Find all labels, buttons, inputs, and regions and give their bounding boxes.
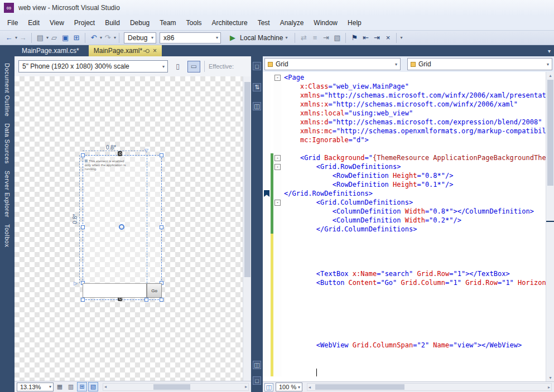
resize-handle[interactable]: [160, 153, 163, 157]
types-dropdown[interactable]: Grid ▾: [264, 58, 401, 70]
indicator-margin[interactable]: [263, 323, 271, 332]
undo-button[interactable]: ↶: [89, 32, 99, 43]
sidebar-tab-data-sources[interactable]: Data Sources: [4, 123, 11, 164]
undo-dropdown-icon[interactable]: ▾: [100, 35, 102, 40]
indicator-margin[interactable]: [263, 332, 271, 341]
row-divider-marker-icon[interactable]: ▷: [74, 280, 78, 286]
sidebar-tab-server-explorer[interactable]: Server Explorer: [4, 171, 11, 217]
menu-item-tools[interactable]: Tools: [181, 17, 207, 29]
design-canvas[interactable]: 0.8* 0.8* ▽ ▷ This element is enabled on…: [15, 76, 243, 381]
navigate-back-button[interactable]: ←: [4, 32, 14, 43]
menu-item-analyze[interactable]: Analyze: [275, 17, 309, 29]
collapse-pane-button[interactable]: ◫: [253, 102, 261, 110]
resize-handle[interactable]: [144, 298, 148, 302]
landscape-orientation-button[interactable]: ▭: [187, 61, 200, 72]
resize-handle[interactable]: [81, 225, 85, 229]
scroll-left-icon[interactable]: ◂: [103, 384, 108, 389]
indent-button[interactable]: ⇥: [321, 32, 331, 43]
navigate-forward-button[interactable]: →: [18, 32, 28, 43]
designer-vertical-scrollbar[interactable]: [243, 76, 251, 381]
indicator-margin[interactable]: [263, 171, 271, 180]
menu-item-window[interactable]: Window: [309, 17, 343, 29]
grid-column-line[interactable]: [147, 155, 147, 300]
editor-split-button[interactable]: ◫: [264, 383, 273, 391]
code-area[interactable]: -<Page x:Class="web_view.MainPage" xmlns…: [263, 72, 546, 381]
menu-item-help[interactable]: Help: [343, 17, 367, 29]
next-bookmark-button[interactable]: ⇥: [372, 32, 382, 43]
fold-toggle-icon[interactable]: -: [274, 155, 281, 161]
scroll-left-icon[interactable]: ◂: [307, 385, 312, 390]
indicator-margin[interactable]: [263, 225, 271, 234]
pin-icon[interactable]: [146, 49, 150, 53]
indicator-margin[interactable]: [263, 153, 271, 162]
document-tab-0[interactable]: MainPage.xaml.cs*: [17, 45, 88, 56]
device-selector[interactable]: 5" Phone (1920 x 1080) 300% scale ▾: [18, 60, 168, 72]
indicator-margin[interactable]: [263, 367, 271, 376]
indicator-margin[interactable]: [263, 144, 271, 153]
designer-go-button[interactable]: Go: [147, 283, 162, 298]
portrait-orientation-button[interactable]: ▯: [171, 61, 184, 72]
menu-item-file[interactable]: File: [2, 17, 23, 29]
previous-bookmark-button[interactable]: ⇤: [360, 32, 370, 43]
close-icon[interactable]: ×: [153, 48, 157, 54]
menu-item-build[interactable]: Build: [100, 17, 125, 29]
indicator-margin[interactable]: [263, 127, 271, 135]
indicator-margin[interactable]: [263, 100, 271, 109]
navigate-back-dropdown-icon[interactable]: ▾: [15, 35, 17, 40]
document-tab-1[interactable]: MainPage.xaml*×: [89, 45, 162, 56]
designer-zoom-select[interactable]: 13.13% ▾: [17, 383, 54, 391]
save-button[interactable]: ▣: [60, 32, 70, 43]
editor-zoom-select[interactable]: 100 % ▾: [276, 383, 302, 391]
fold-toggle-icon[interactable]: -: [274, 75, 281, 81]
menu-item-view[interactable]: View: [45, 17, 69, 29]
menu-item-edit[interactable]: Edit: [23, 17, 45, 29]
indicator-margin[interactable]: [263, 341, 271, 350]
indicator-margin[interactable]: [263, 260, 271, 269]
snaplines-toggle-button[interactable]: ⊞: [77, 382, 87, 391]
sidebar-tab-document-outline[interactable]: Document Outline: [4, 63, 11, 117]
menu-item-architecture[interactable]: Architecture: [207, 17, 253, 29]
indicator-margin[interactable]: [263, 207, 271, 216]
sync-solution-button[interactable]: ⇄: [298, 32, 309, 43]
show-annotations-button[interactable]: ▧: [88, 382, 98, 391]
anchor-lock-icon[interactable]: [118, 151, 122, 156]
menu-item-debug[interactable]: Debug: [125, 17, 155, 29]
expand-pane-button[interactable]: □: [253, 376, 261, 385]
indicator-margin[interactable]: [263, 234, 271, 243]
find-in-files-button[interactable]: ≡: [310, 32, 320, 43]
column-divider-marker-icon[interactable]: ▽: [144, 148, 148, 153]
resize-handle[interactable]: [160, 298, 163, 302]
selection-center-handle[interactable]: [119, 224, 124, 230]
designer-search-textbox[interactable]: [83, 283, 147, 298]
indicator-margin[interactable]: [263, 73, 271, 82]
scroll-down-icon[interactable]: ▾: [546, 375, 554, 380]
editor-horizontal-scrollbar[interactable]: ◂ ▸: [307, 383, 552, 391]
resize-handle[interactable]: [81, 298, 85, 302]
toolbar-overflow-button[interactable]: ▾: [400, 35, 402, 40]
indicator-margin[interactable]: [263, 305, 271, 314]
indicator-margin[interactable]: [263, 216, 271, 225]
editor-vertical-scrollbar[interactable]: ▴ ▾: [546, 72, 554, 381]
indicator-margin[interactable]: [263, 296, 271, 305]
comment-button[interactable]: ▧: [332, 32, 342, 43]
indicator-margin[interactable]: [263, 251, 271, 260]
scrollbar-thumb[interactable]: [315, 384, 404, 390]
indicator-margin[interactable]: [263, 278, 271, 287]
indicator-margin[interactable]: [263, 180, 271, 189]
scroll-right-icon[interactable]: ▸: [244, 384, 248, 389]
scrollbar-thumb[interactable]: [547, 80, 553, 186]
scrollbar-thumb[interactable]: [244, 82, 250, 277]
debug-configuration-select[interactable]: Debug ▾: [124, 32, 156, 43]
indicator-margin[interactable]: [263, 198, 271, 207]
vertical-split-button[interactable]: □: [253, 62, 261, 70]
indicator-margin[interactable]: [263, 287, 271, 296]
resize-handle[interactable]: [160, 225, 163, 229]
fold-toggle-icon[interactable]: -: [274, 164, 281, 170]
indicator-margin[interactable]: [263, 118, 271, 127]
indicator-margin[interactable]: [263, 109, 271, 118]
fold-toggle-icon[interactable]: -: [274, 200, 281, 206]
scroll-up-icon[interactable]: ▴: [546, 73, 554, 78]
sidebar-tab-toolbox[interactable]: Toolbox: [4, 224, 11, 247]
resize-handle[interactable]: [81, 153, 85, 157]
horizontal-split-button[interactable]: ◫: [253, 361, 261, 369]
